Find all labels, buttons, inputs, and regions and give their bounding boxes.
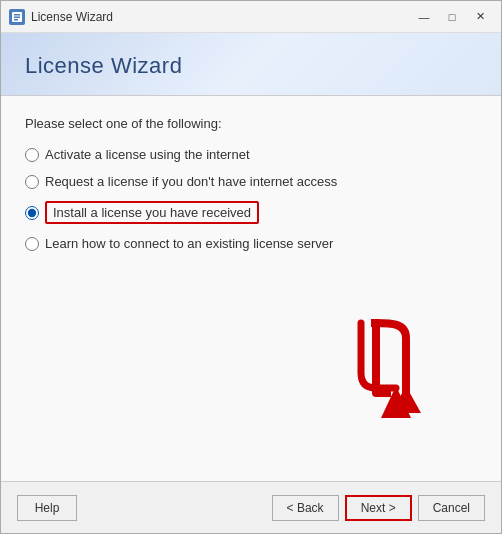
minimize-button[interactable]: — [411, 7, 437, 27]
back-button[interactable]: < Back [272, 495, 339, 521]
option-connect-label: Learn how to connect to an existing lice… [45, 236, 333, 251]
content-area: Please select one of the following: Acti… [1, 96, 501, 481]
option-connect[interactable]: Learn how to connect to an existing lice… [25, 234, 477, 253]
svg-rect-2 [14, 16, 20, 18]
maximize-button[interactable]: □ [439, 7, 465, 27]
close-button[interactable]: ✕ [467, 7, 493, 27]
license-wizard-window: License Wizard — □ ✕ License Wizard Plea… [0, 0, 502, 534]
option-activate-label: Activate a license using the internet [45, 147, 250, 162]
footer-right: < Back Next > Cancel [272, 495, 485, 521]
header-title: License Wizard [25, 53, 477, 79]
option-activate[interactable]: Activate a license using the internet [25, 145, 477, 164]
option-install-label: Install a license you have received [45, 201, 259, 224]
radio-activate[interactable] [25, 148, 39, 162]
radio-connect[interactable] [25, 237, 39, 251]
help-button[interactable]: Help [17, 495, 77, 521]
footer: Help < Back Next > Cancel [1, 481, 501, 533]
arrow-indicator [351, 318, 421, 431]
window-icon [9, 9, 25, 25]
arrow-svg-clean [351, 318, 411, 418]
radio-group: Activate a license using the internet Re… [25, 145, 477, 253]
option-install[interactable]: Install a license you have received [25, 199, 477, 226]
header: License Wizard [1, 33, 501, 96]
svg-rect-3 [14, 19, 18, 21]
window-controls: — □ ✕ [411, 7, 493, 27]
prompt-text: Please select one of the following: [25, 116, 477, 131]
footer-left: Help [17, 495, 272, 521]
radio-install[interactable] [25, 206, 39, 220]
radio-request[interactable] [25, 175, 39, 189]
window-title: License Wizard [31, 10, 411, 24]
title-bar: License Wizard — □ ✕ [1, 1, 501, 33]
option-request[interactable]: Request a license if you don't have inte… [25, 172, 477, 191]
cancel-button[interactable]: Cancel [418, 495, 485, 521]
svg-rect-1 [14, 14, 20, 16]
next-button[interactable]: Next > [345, 495, 412, 521]
option-request-label: Request a license if you don't have inte… [45, 174, 337, 189]
